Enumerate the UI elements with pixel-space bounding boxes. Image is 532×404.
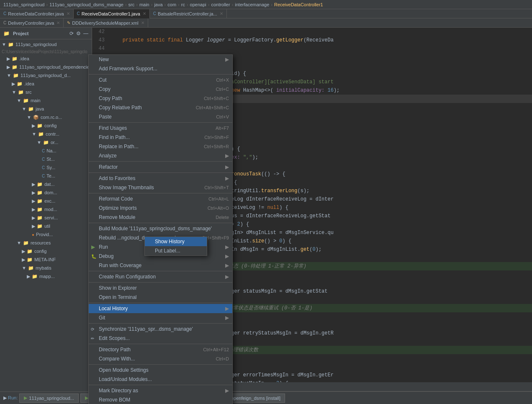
menu-item-load-modules[interactable]: Load/Unload Modules...	[89, 375, 232, 384]
breadcrumb-item[interactable]: interfacemanage	[235, 2, 269, 7]
menu-item-remove-module[interactable]: Remove Module Delete	[89, 213, 232, 222]
menu-item-show-thumbnails[interactable]: Show Image Thumbnails Ctrl+Shift+T	[89, 183, 232, 192]
tree-item-or[interactable]: ▼ 📁 or...	[0, 138, 92, 147]
breadcrumb-item[interactable]: rc	[181, 2, 185, 7]
breadcrumb-item[interactable]: java	[154, 2, 162, 7]
tab-ddelivery-mapper[interactable]: ✎ DDDeliveryScheduleMapper.xml ✕	[64, 18, 148, 28]
submenu-item-show-history[interactable]: Show History	[145, 237, 207, 246]
menu-item-reformat[interactable]: Reformat Code Ctrl+Alt+L	[89, 194, 232, 203]
menu-item-paste[interactable]: Paste Ctrl+V	[89, 112, 232, 121]
menu-item-show-in-explorer[interactable]: Show in Explorer	[89, 283, 232, 293]
menu-item-add-favorites[interactable]: Add to Favorites ▶	[89, 174, 232, 183]
breadcrumb-item[interactable]: main	[139, 2, 149, 7]
menu-item-find-in-path[interactable]: Find in Path... Ctrl+Shift+F	[89, 133, 232, 142]
menu-item-label: Remove Module	[99, 214, 135, 220]
menu-item-edit-scopes[interactable]: ✏ Edit Scopes...	[89, 334, 232, 343]
breadcrumb-item[interactable]: com	[167, 2, 176, 7]
tree-item-label: Provid...	[36, 232, 53, 237]
tree-item-util[interactable]: ▶ 📁 util	[0, 222, 92, 230]
folder-icon: 📁	[18, 90, 24, 95]
tree-item-mapp[interactable]: ▶ 📁 mapp...	[0, 272, 92, 280]
tab-receive-data-controller[interactable]: C ReceiveDataController.java ✕	[0, 9, 74, 18]
tree-item-na[interactable]: C Na...	[0, 147, 92, 155]
menu-item-run-coverage[interactable]: Run with Coverage ▶	[89, 261, 232, 270]
tree-item-idea1[interactable]: ▶ 📁 .idea	[0, 54, 92, 63]
tree-item-contr[interactable]: ▼ 📁 contr...	[0, 130, 92, 138]
tree-item-dom[interactable]: ▶ 📁 dom...	[0, 188, 92, 197]
run-tab-1[interactable]: ▶ 111yao_springcloud...	[19, 394, 79, 403]
menu-item-local-history[interactable]: Local History ▶	[89, 304, 232, 313]
tab-close-icon[interactable]: ✕	[67, 11, 70, 16]
tree-item-sy[interactable]: C Sy...	[0, 163, 92, 172]
tab-receive-data-controller1[interactable]: C ReceiveDataController1.java ✕	[74, 9, 150, 18]
breadcrumb-item[interactable]: controller	[211, 2, 230, 7]
menu-item-compare-with[interactable]: Compare With... Ctrl+D	[89, 354, 232, 363]
menu-item-create-run-config[interactable]: Create Run Configuration ▶	[89, 272, 232, 281]
menu-item-git[interactable]: Git ▶	[89, 313, 232, 322]
tree-item-meta-inf[interactable]: ▶ 📁 META-INF	[0, 255, 92, 264]
menu-item-find-usages[interactable]: Find Usages Alt+F7	[89, 124, 232, 133]
tree-item-com[interactable]: ▼ 📦 com.rc.o...	[0, 113, 92, 121]
menu-item-mark-directory[interactable]: Mark Directory as ▶	[89, 386, 232, 395]
tab-close-icon[interactable]: ✕	[141, 21, 144, 25]
menu-item-label: Add to Favorites	[99, 175, 135, 181]
tree-item-label: Te...	[46, 173, 55, 178]
tree-item-st[interactable]: C St...	[0, 155, 92, 163]
tree-item-idea2[interactable]: ▶ 📁 .idea	[0, 80, 92, 88]
tree-item-mod[interactable]: ▶ 📁 mod...	[0, 205, 92, 214]
tree-item-mybatis[interactable]: ▼ 📁 mybatis	[0, 264, 92, 272]
menu-item-label: Cut	[99, 77, 107, 83]
tree-item-dependencies[interactable]: ▶ 📁 111yao_springcloud_dependencies	[0, 63, 92, 71]
menu-item-add-framework[interactable]: Add Framework Support...	[89, 64, 232, 73]
tree-item-resources[interactable]: ▼ 📁 resources	[0, 239, 92, 247]
breadcrumb-item[interactable]: 111yao_springcloud_dsms_manage	[49, 2, 123, 7]
menu-item-copy-path[interactable]: Copy Path Ctrl+Shift+C	[89, 94, 232, 103]
tree-item-root[interactable]: ▼ 📁 111yao_springcloud	[0, 40, 92, 49]
tree-item-provid[interactable]: ● Provid...	[0, 230, 92, 239]
tab-close-icon[interactable]: ✕	[220, 11, 223, 16]
menu-item-directory-path[interactable]: Directory Path Ctrl+Alt+F12	[89, 345, 232, 354]
tree-item-exc[interactable]: ▶ 📁 exc...	[0, 197, 92, 205]
breadcrumb-item[interactable]: 111yao_springcloud	[3, 2, 44, 7]
menu-item-remove-bom[interactable]: Remove BOM	[89, 395, 232, 404]
menu-item-analyze[interactable]: Analyze ▶	[89, 151, 232, 160]
tree-item-config2[interactable]: ▶ 📁 config	[0, 247, 92, 255]
sidebar-close-icon[interactable]: —	[83, 31, 88, 36]
breadcrumb-item[interactable]: openapi	[190, 2, 206, 7]
menu-item-copy[interactable]: Copy Ctrl+C	[89, 85, 232, 94]
tree-item-dsms[interactable]: ▼ 📁 111yao_springcloud_d...	[0, 71, 92, 80]
menu-item-cut[interactable]: Cut Ctrl+X	[89, 75, 232, 85]
folder-icon: 📁	[37, 207, 43, 212]
menu-separator	[89, 323, 232, 324]
menu-item-label: Find Usages	[99, 125, 127, 131]
tree-item-config[interactable]: ▶ 📁 config	[0, 121, 92, 130]
menu-item-optimize-imports[interactable]: Optimize Imports Ctrl+Alt+O	[89, 203, 232, 213]
menu-item-refactor[interactable]: Refactor ▶	[89, 162, 232, 172]
menu-item-open-module-settings[interactable]: Open Module Settings	[89, 365, 232, 375]
tree-item-src[interactable]: ▼ 📁 src	[0, 88, 92, 96]
breadcrumb-item[interactable]: src	[129, 2, 135, 7]
tree-item-serv[interactable]: ▶ 📁 servi...	[0, 214, 92, 222]
menu-item-label: Show in Explorer	[99, 285, 137, 291]
tab-close-icon[interactable]: ✕	[57, 21, 60, 25]
tree-item-dat[interactable]: ▶ 📁 dat...	[0, 180, 92, 188]
menu-item-open-terminal[interactable]: Open in Terminal	[89, 293, 232, 302]
tree-item-te[interactable]: C Te...	[0, 172, 92, 180]
sidebar-settings-icon[interactable]: ⚙	[76, 31, 81, 36]
folder-icon: 📁	[37, 190, 43, 196]
menu-item-copy-relative-path[interactable]: Copy Relative Path Ctrl+Alt+Shift+C	[89, 103, 232, 112]
menu-item-label: Paste	[99, 114, 112, 120]
menu-item-replace-in-path[interactable]: Replace in Path... Ctrl+Shift+R	[89, 142, 232, 151]
menu-item-build-module[interactable]: Build Module '111yao_springcloud_dsms_ma…	[89, 224, 232, 233]
expand-icon: ▼	[27, 115, 31, 120]
tab-delivery-controller[interactable]: C DeliveryController.java ✕	[0, 18, 64, 28]
submenu-item-put-label[interactable]: Put Label...	[145, 246, 207, 255]
menu-item-new[interactable]: New ▶	[89, 55, 232, 64]
tree-item-java[interactable]: ▼ 📁 java	[0, 105, 92, 113]
sidebar-sync-icon[interactable]: ⟳	[69, 31, 74, 36]
tab-batsale-restrict-controller[interactable]: C BatsaleRestrictController.ja... ✕	[150, 9, 227, 18]
tree-item-main[interactable]: ▼ 📁 main	[0, 96, 92, 105]
menu-item-synchronize[interactable]: ⟳ Synchronize '111yao_spr...dsms_manage'	[89, 324, 232, 334]
tree-item-label: St...	[46, 157, 55, 162]
tab-close-icon[interactable]: ✕	[143, 11, 146, 16]
